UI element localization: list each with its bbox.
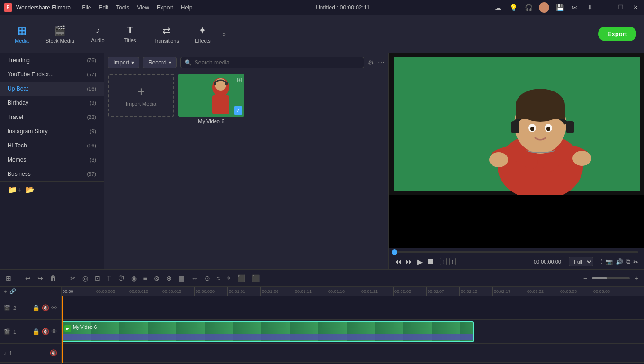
record-tl-button[interactable]: ◉ <box>129 273 139 283</box>
play-button[interactable]: ▶ <box>417 257 423 266</box>
align-button[interactable]: ⌖ <box>225 273 233 283</box>
toolbar-transitions[interactable]: ⇄ Transitions <box>148 22 185 46</box>
video-track-2[interactable] <box>62 296 644 320</box>
menu-help[interactable]: Help <box>181 4 193 11</box>
add-folder-icon[interactable]: 📁+ <box>8 185 21 194</box>
menu-export[interactable]: Export <box>157 4 173 11</box>
cut-button[interactable]: ✂ <box>68 273 78 283</box>
save-icon[interactable]: 💾 <box>555 3 564 12</box>
audio-stretch-button[interactable]: ≈ <box>215 273 223 283</box>
black2-button[interactable]: ⬛ <box>250 273 262 283</box>
undo-button[interactable]: ↩ <box>23 273 33 283</box>
ruler-tick: 00:03:08 <box>592 287 610 296</box>
v1-track-number: 1 <box>13 329 16 335</box>
video-track-1[interactable]: ▶ My Video-6 <box>62 320 644 344</box>
preview-seekbar[interactable] <box>394 251 638 253</box>
sidebar-item-travel[interactable]: Travel (22) <box>0 110 104 124</box>
toolbar-stock-media[interactable]: 🎬 Stock Media <box>40 22 80 46</box>
sidebar-item-birthday[interactable]: Birthday (9) <box>0 96 104 110</box>
import-chevron-icon: ▾ <box>131 59 134 66</box>
skip-back-button[interactable]: ⏮ <box>394 257 402 266</box>
effects-tl-button[interactable]: ⊗ <box>152 273 161 283</box>
redo-button[interactable]: ↪ <box>36 273 45 283</box>
mark-in-button[interactable]: { <box>440 258 447 265</box>
user-avatar[interactable] <box>539 2 549 13</box>
zoom-out-button[interactable]: − <box>581 273 589 283</box>
menu-tools[interactable]: Tools <box>116 4 129 11</box>
black1-button[interactable]: ⬛ <box>235 273 247 283</box>
cloud-icon[interactable]: ☁ <box>493 3 503 12</box>
v1-mute-icon[interactable]: 🔇 <box>42 328 49 335</box>
playhead[interactable] <box>62 296 63 363</box>
text-button[interactable]: T <box>105 273 113 283</box>
sidebar-travel-label: Travel <box>8 114 23 120</box>
mail-icon[interactable]: ✉ <box>570 3 580 12</box>
mark-out-button[interactable]: } <box>449 258 456 265</box>
zoom-slider[interactable] <box>592 277 630 279</box>
folder-icon[interactable]: 📂 <box>25 185 35 194</box>
crop-tl-button[interactable]: ◎ <box>80 273 90 283</box>
media-item-myvideo6[interactable]: ⊞ ✓ My Video-6 <box>178 74 244 124</box>
zoom-fill <box>592 277 607 279</box>
import-media-label: Import Media <box>126 101 156 107</box>
sidebar-item-memes[interactable]: Memes (3) <box>0 153 104 167</box>
quality-selector[interactable]: Full 1/2 1/4 <box>569 257 593 266</box>
delete-button[interactable]: 🗑 <box>48 273 58 283</box>
keyframe-button[interactable]: ≡ <box>142 273 149 283</box>
snapshot-button[interactable]: 📷 <box>605 258 613 265</box>
headphone-icon[interactable]: 🎧 <box>524 3 533 12</box>
menu-view[interactable]: View <box>137 4 149 11</box>
toolbar-audio[interactable]: ♪ Audio <box>84 22 112 46</box>
timeline-tracks-area[interactable]: 00:00 00:00:00500:00:01000:00:01500:00:0… <box>62 287 644 364</box>
download-icon[interactable]: ⬇ <box>585 3 595 12</box>
v2-lock-icon[interactable]: 🔒 <box>32 304 40 311</box>
sidebar-item-business[interactable]: Business (37) <box>0 167 104 181</box>
v2-mute-icon[interactable]: 🔇 <box>42 304 49 311</box>
video-clip-myvideo6[interactable]: ▶ My Video-6 <box>62 321 474 342</box>
import-button[interactable]: Import ▾ <box>108 57 139 68</box>
menu-edit[interactable]: Edit <box>99 4 109 11</box>
stop-button[interactable]: ⏹ <box>427 257 434 266</box>
grid-options-icon[interactable]: ⋯ <box>378 59 385 66</box>
search-input[interactable] <box>195 59 360 66</box>
crop-button[interactable]: ✂ <box>633 258 638 265</box>
toolbar-effects[interactable]: ✦ Effects <box>188 22 217 46</box>
sidebar-item-youtube[interactable]: YouTube Endscr... (57) <box>0 67 104 82</box>
fullscreen-button[interactable]: ⛶ <box>596 258 602 265</box>
export-button[interactable]: Export <box>598 27 636 41</box>
picture-in-picture-button[interactable]: ⧉ <box>626 258 630 265</box>
maximize-button[interactable]: ❐ <box>616 4 626 11</box>
sun-icon[interactable]: 💡 <box>509 3 518 12</box>
v1-eye-icon[interactable]: 👁 <box>51 328 57 335</box>
timeline-ruler[interactable]: 00:00 00:00:00500:00:01000:00:01500:00:0… <box>62 287 644 296</box>
a1-mute-icon[interactable]: 🔇 <box>50 349 57 356</box>
media-search[interactable]: 🔍 <box>180 57 364 68</box>
record-button[interactable]: Record ▾ <box>143 57 177 68</box>
toolbar-media[interactable]: ▦ Media <box>8 22 36 46</box>
timer-button[interactable]: ⏱ <box>116 273 126 283</box>
import-media-button[interactable]: + Import Media <box>108 74 174 117</box>
sidebar-item-hitech[interactable]: Hi-Tech (16) <box>0 138 104 153</box>
sidebar-item-trending[interactable]: Trending (76) <box>0 53 104 67</box>
grid-tl-button[interactable]: ▦ <box>177 273 187 283</box>
toolbar-expand[interactable]: » <box>221 29 228 39</box>
toolbar-titles[interactable]: T Titles <box>116 22 144 46</box>
speed-button[interactable]: ⊙ <box>203 273 212 283</box>
audio-track-1[interactable] <box>62 344 644 363</box>
volume-button[interactable]: 🔊 <box>616 258 623 265</box>
layout-toggle-button[interactable]: ⊞ <box>4 273 13 283</box>
filter-icon[interactable]: ⚙ <box>368 59 374 66</box>
frame-back-button[interactable]: ⏭ <box>406 257 413 266</box>
stretch-button[interactable]: ↔ <box>189 273 200 283</box>
minimize-button[interactable]: — <box>600 4 610 11</box>
sidebar-item-instagram[interactable]: Instagram Story (9) <box>0 124 104 138</box>
menu-file[interactable]: File <box>82 4 91 11</box>
add-tl-button[interactable]: ⊕ <box>164 273 174 283</box>
seekbar-thumb[interactable] <box>392 249 397 255</box>
zoom-in-button[interactable]: + <box>633 273 640 283</box>
transform-button[interactable]: ⊡ <box>93 273 102 283</box>
v2-eye-icon[interactable]: 👁 <box>51 304 57 311</box>
sidebar-item-upbeat[interactable]: Up Beat (16) <box>0 82 104 96</box>
v1-lock-icon[interactable]: 🔒 <box>32 328 40 335</box>
close-button[interactable]: ✕ <box>631 4 640 11</box>
